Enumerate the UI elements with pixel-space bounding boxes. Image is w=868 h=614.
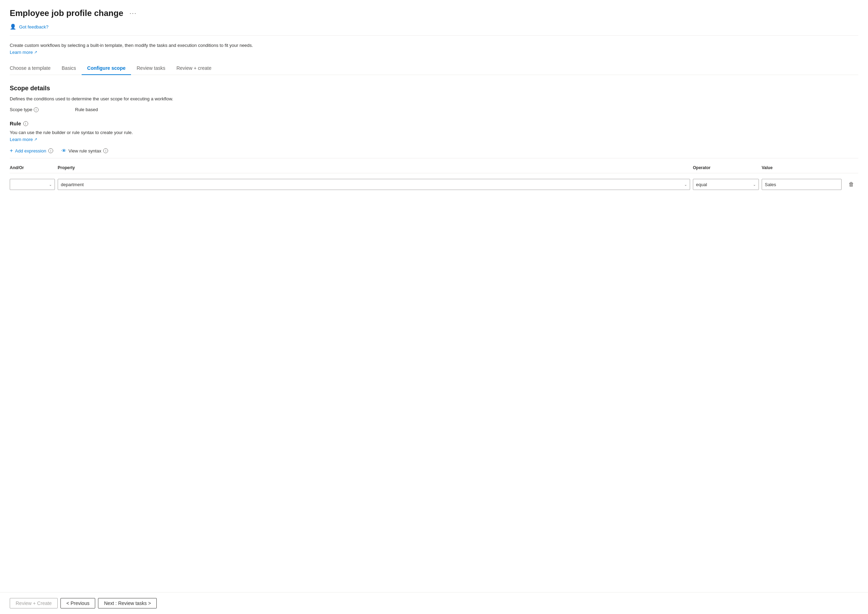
rule-table-header: And/Or Property Operator Value: [10, 164, 858, 173]
scope-type-info-icon: i: [34, 107, 39, 112]
scope-type-label: Scope type i: [10, 107, 72, 112]
top-learn-more-link[interactable]: Learn more ↗: [10, 50, 37, 55]
rule-title-row: Rule i: [10, 121, 858, 126]
tab-basics[interactable]: Basics: [56, 62, 82, 75]
next-button[interactable]: Next : Review tasks >: [98, 598, 157, 608]
col-header-value: Value: [762, 165, 842, 170]
scope-type-value: Rule based: [75, 107, 98, 112]
more-options-button[interactable]: ···: [127, 9, 139, 17]
col-header-property: Property: [58, 165, 690, 170]
feedback-link[interactable]: 👤 Got feedback?: [10, 23, 858, 30]
external-link-icon: ↗: [34, 50, 37, 54]
value-input[interactable]: [762, 179, 842, 190]
scope-section-title: Scope details: [10, 85, 858, 92]
header-divider: [10, 36, 858, 36]
col-header-actions: [845, 165, 858, 170]
operator-value: equal: [696, 182, 752, 187]
tab-configure-scope[interactable]: Configure scope: [82, 62, 131, 75]
eye-icon: 👁: [62, 148, 66, 154]
and-or-dropdown[interactable]: ⌄: [10, 179, 55, 190]
col-header-and-or: And/Or: [10, 165, 55, 170]
feedback-label: Got feedback?: [19, 24, 49, 29]
rule-external-link-icon: ↗: [34, 137, 37, 142]
add-expression-button[interactable]: + Add expression i: [10, 147, 53, 154]
view-rule-syntax-button[interactable]: 👁 View rule syntax i: [62, 148, 108, 154]
previous-button[interactable]: < Previous: [61, 598, 96, 608]
plus-icon: +: [10, 147, 13, 154]
rule-learn-more-link[interactable]: Learn more ↗: [10, 137, 37, 142]
description-text: Create custom workflows by selecting a b…: [10, 43, 858, 48]
tabs-container: Choose a template Basics Configure scope…: [10, 62, 858, 75]
scope-details-section: Scope details Defines the conditions use…: [10, 85, 858, 191]
footer: Review + Create < Previous Next : Review…: [0, 592, 868, 614]
col-header-operator: Operator: [693, 165, 759, 170]
expression-actions-row: + Add expression i 👁 View rule syntax i: [10, 147, 858, 158]
property-value: department: [61, 182, 683, 187]
page-title: Employee job profile change: [10, 8, 123, 18]
tab-review-tasks[interactable]: Review tasks: [131, 62, 171, 75]
tab-choose-template[interactable]: Choose a template: [10, 62, 56, 75]
operator-chevron-icon: ⌄: [753, 183, 756, 186]
tab-review-create[interactable]: Review + create: [171, 62, 217, 75]
feedback-icon: 👤: [10, 23, 16, 30]
operator-dropdown[interactable]: equal ⌄: [693, 179, 759, 190]
add-expression-info-icon: i: [48, 148, 53, 153]
rule-title: Rule: [10, 121, 21, 126]
delete-row-button[interactable]: 🗑: [845, 180, 858, 189]
scope-type-row: Scope type i Rule based: [10, 107, 858, 112]
review-create-button[interactable]: Review + Create: [10, 598, 58, 608]
scope-description: Defines the conditions used to determine…: [10, 96, 858, 101]
rule-description: You can use the rule builder or rule syn…: [10, 130, 858, 135]
trash-icon: 🗑: [849, 181, 854, 188]
property-dropdown[interactable]: department ⌄: [58, 179, 690, 190]
view-syntax-info-icon: i: [103, 148, 108, 153]
and-or-chevron-icon: ⌄: [49, 183, 52, 186]
property-chevron-icon: ⌄: [684, 183, 687, 186]
rule-info-icon: i: [23, 121, 28, 126]
rule-section: Rule i You can use the rule builder or r…: [10, 121, 858, 191]
table-row: ⌄ department ⌄ equal ⌄ 🗑: [10, 177, 858, 191]
